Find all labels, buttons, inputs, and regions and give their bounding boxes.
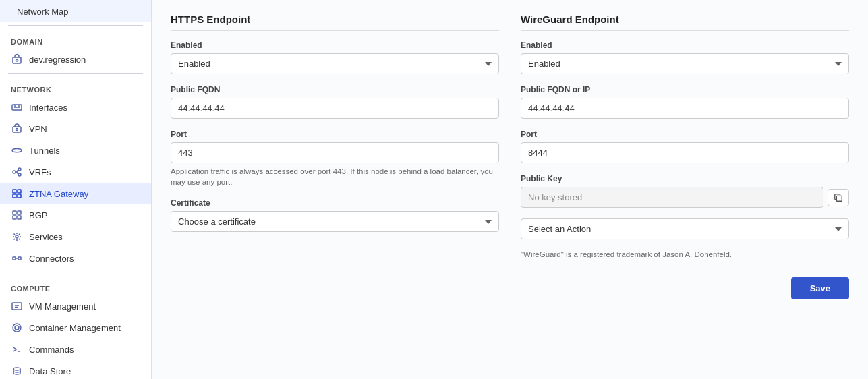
https-fqdn-input[interactable] <box>171 98 499 119</box>
svg-rect-12 <box>18 194 21 198</box>
sidebar-item-tunnels[interactable]: Tunnels <box>0 140 151 161</box>
data-store-icon <box>11 365 23 377</box>
svg-rect-1 <box>13 57 21 63</box>
sidebar-item-ztna-gateway[interactable]: ZTNA Gateway <box>0 183 151 204</box>
https-fqdn-label: Public FQDN <box>171 85 499 94</box>
svg-rect-15 <box>13 216 16 219</box>
ztna-label: ZTNA Gateway <box>29 189 88 199</box>
https-enabled-select[interactable]: Enabled Disabled <box>171 53 499 74</box>
svg-point-17 <box>16 235 18 238</box>
sidebar-item-vpn[interactable]: VPN <box>0 118 151 140</box>
sidebar-item-commands[interactable]: Commands <box>0 339 151 360</box>
wg-port-group: Port <box>521 129 849 163</box>
svg-rect-18 <box>13 257 16 260</box>
sidebar-item-interfaces[interactable]: Interfaces <box>0 96 151 118</box>
ztna-icon <box>11 187 23 200</box>
wg-fqdn-label: Public FQDN or IP <box>521 85 849 94</box>
services-icon <box>11 231 23 243</box>
endpoints-wrapper: HTTPS Endpoint Enabled Enabled Disabled … <box>171 13 849 258</box>
https-certificate-group: Certificate Choose a certificate <box>171 198 499 232</box>
svg-rect-10 <box>18 190 21 193</box>
svg-point-6 <box>13 171 16 173</box>
svg-point-5 <box>16 129 18 131</box>
save-row: Save <box>171 277 849 299</box>
wg-fqdn-group: Public FQDN or IP <box>521 85 849 119</box>
wg-public-key-label: Public Key <box>521 174 849 183</box>
network-map-label: Network Map <box>17 7 69 17</box>
https-certificate-select[interactable]: Choose a certificate <box>171 211 499 232</box>
svg-rect-13 <box>13 211 16 214</box>
svg-rect-16 <box>18 216 21 219</box>
wg-port-label: Port <box>521 129 849 139</box>
wg-fqdn-input[interactable] <box>521 98 849 119</box>
commands-icon <box>11 343 23 355</box>
sidebar-item-container-management[interactable]: Container Management <box>0 317 151 339</box>
svg-point-2 <box>16 59 18 61</box>
sidebar-item-domain[interactable]: dev.regression <box>0 49 151 70</box>
vm-icon <box>11 300 23 312</box>
svg-rect-4 <box>13 127 21 132</box>
sidebar-item-connectors[interactable]: Connectors <box>0 247 151 269</box>
interfaces-label: Interfaces <box>29 103 67 113</box>
bgp-icon <box>11 209 23 221</box>
connectors-label: Connectors <box>29 254 74 264</box>
https-enabled-group: Enabled Enabled Disabled <box>171 40 499 74</box>
svg-point-8 <box>18 173 21 176</box>
https-endpoint-title: HTTPS Endpoint <box>171 13 499 31</box>
wg-port-input[interactable] <box>521 142 849 163</box>
divider-domain <box>8 25 143 26</box>
sidebar-item-services[interactable]: Services <box>0 226 151 247</box>
https-port-label: Port <box>171 129 499 139</box>
svg-point-21 <box>13 324 21 332</box>
container-management-label: Container Management <box>29 323 121 333</box>
vpn-icon <box>11 123 23 135</box>
divider-compute <box>8 272 143 272</box>
wg-enabled-select[interactable]: Enabled Disabled <box>521 53 849 74</box>
svg-point-22 <box>13 368 20 370</box>
wg-public-key-group: Public Key <box>521 174 849 208</box>
container-icon <box>11 322 23 334</box>
tunnels-icon <box>11 144 23 156</box>
copy-icon <box>834 193 843 202</box>
vpn-label: VPN <box>29 124 47 134</box>
tunnels-label: Tunnels <box>29 146 60 156</box>
copy-public-key-button[interactable] <box>828 189 849 206</box>
sidebar-item-bgp[interactable]: BGP <box>0 204 151 226</box>
svg-rect-14 <box>18 211 21 214</box>
wg-enabled-label: Enabled <box>521 40 849 50</box>
domain-icon <box>11 53 23 65</box>
sidebar-item-vrfs[interactable]: VRFs <box>0 161 151 183</box>
save-button[interactable]: Save <box>791 277 849 299</box>
interfaces-icon <box>11 101 23 113</box>
https-endpoint-section: HTTPS Endpoint Enabled Enabled Disabled … <box>171 13 499 258</box>
vrfs-label: VRFs <box>29 167 51 177</box>
wg-action-group: Select an Action <box>521 218 849 239</box>
svg-rect-9 <box>13 190 16 193</box>
wireguard-endpoint-section: WireGuard Endpoint Enabled Enabled Disab… <box>521 13 849 258</box>
https-port-hint: Application traffic is always accessed o… <box>171 166 499 187</box>
https-port-input[interactable] <box>171 142 499 163</box>
data-store-label: Data Store <box>29 366 71 376</box>
domain-section-label: Domain <box>0 28 151 49</box>
wireguard-endpoint-title: WireGuard Endpoint <box>521 13 849 31</box>
wg-action-select[interactable]: Select an Action <box>521 218 849 239</box>
sidebar: Network Map Domain dev.regression Networ… <box>0 0 152 379</box>
domain-name-label: dev.regression <box>29 55 86 65</box>
svg-rect-20 <box>12 303 22 310</box>
svg-rect-19 <box>18 257 21 260</box>
wireguard-trademark-note: "WireGuard" is a registered trademark of… <box>521 250 849 258</box>
vrfs-icon <box>11 166 23 178</box>
main-content: HTTPS Endpoint Enabled Enabled Disabled … <box>152 0 868 379</box>
svg-rect-24 <box>836 196 842 201</box>
connectors-icon <box>11 252 23 264</box>
wg-public-key-input <box>521 187 823 208</box>
svg-rect-11 <box>13 194 16 198</box>
https-enabled-label: Enabled <box>171 40 499 50</box>
vm-management-label: VM Management <box>29 301 96 312</box>
services-label: Services <box>29 232 63 242</box>
wg-enabled-group: Enabled Enabled Disabled <box>521 40 849 74</box>
sidebar-item-data-store[interactable]: Data Store <box>0 360 151 379</box>
https-fqdn-group: Public FQDN <box>171 85 499 119</box>
sidebar-item-network-map[interactable]: Network Map <box>0 0 151 22</box>
sidebar-item-vm-management[interactable]: VM Management <box>0 295 151 317</box>
